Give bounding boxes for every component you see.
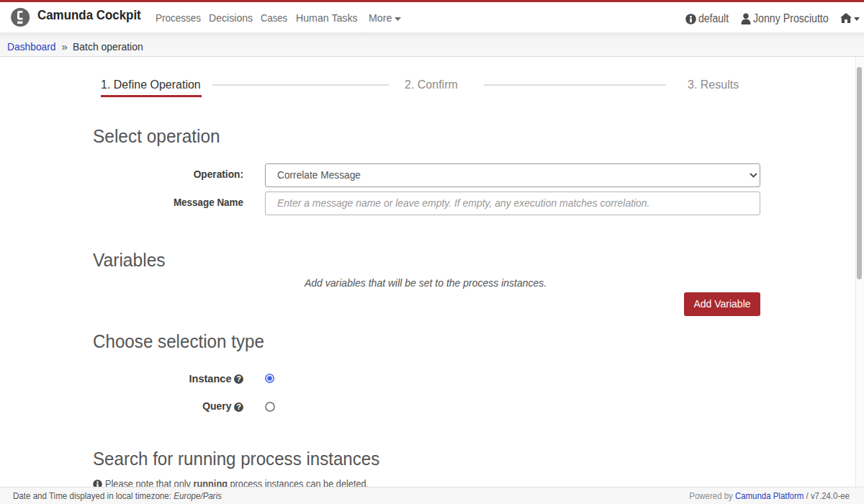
svg-text:?: ? [236, 402, 241, 411]
svg-text:?: ? [236, 374, 241, 383]
